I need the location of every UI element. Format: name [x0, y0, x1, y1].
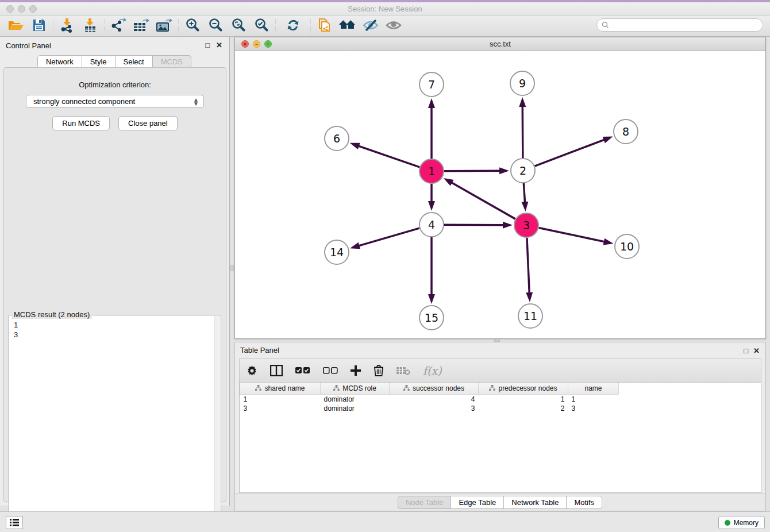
select-all-columns-button[interactable]: [295, 367, 310, 375]
delete-column-button[interactable]: [374, 365, 384, 376]
memory-button[interactable]: Memory: [718, 516, 765, 529]
add-column-button[interactable]: [351, 365, 361, 376]
import-network-button[interactable]: [56, 17, 79, 36]
edge-3-1[interactable]: [450, 182, 515, 219]
column-header-shared-name[interactable]: shared name: [240, 383, 321, 394]
result-scrollbar[interactable]: [214, 316, 220, 525]
edge-4-3[interactable]: [444, 225, 505, 225]
save-session-button[interactable]: [28, 17, 51, 36]
edge-2-9[interactable]: [522, 105, 523, 158]
status-bar: Memory: [0, 511, 770, 532]
zoom-out-icon: [208, 18, 223, 35]
control-panel-title: Control Panel: [6, 41, 51, 50]
refresh-view-button[interactable]: [282, 17, 305, 36]
tab-style[interactable]: Style: [82, 55, 116, 68]
hierarchy-icon: [255, 385, 261, 392]
result-line: 1: [14, 320, 218, 330]
float-panel-icon[interactable]: □: [205, 41, 210, 49]
column-header-successor-nodes[interactable]: successor nodes: [390, 383, 479, 394]
vertical-splitter-handle[interactable]: [230, 265, 234, 271]
search-field[interactable]: [596, 18, 763, 32]
task-history-button[interactable]: [6, 516, 23, 529]
show-all-button[interactable]: [336, 17, 359, 36]
edge-2-3[interactable]: [523, 183, 525, 204]
float-table-panel-icon[interactable]: □: [744, 346, 748, 355]
table-row[interactable]: 1dominator411: [240, 394, 619, 404]
tab-network[interactable]: Network: [37, 55, 82, 68]
close-panel-button[interactable]: Close panel: [118, 116, 178, 130]
eye-slash-icon: [362, 19, 379, 34]
export-image-button[interactable]: [153, 17, 176, 36]
run-mcds-button[interactable]: Run MCDS: [52, 116, 110, 130]
mcds-result-box: MCDS result (2 nodes) 13: [9, 315, 221, 530]
tab-motifs[interactable]: Motifs: [566, 496, 602, 509]
tab-node-table[interactable]: Node Table: [398, 496, 452, 509]
eye-icon: [385, 19, 402, 34]
edge-arrowhead: [603, 137, 613, 144]
tab-network-table[interactable]: Network Table: [503, 496, 567, 509]
column-header-MCDS-role[interactable]: MCDS role: [321, 383, 390, 394]
tab-edge-table[interactable]: Edge Table: [451, 496, 504, 509]
table-panel-title: Table Panel: [240, 346, 279, 354]
deselect-all-columns-button[interactable]: [323, 367, 338, 375]
hide-selected-button[interactable]: [359, 17, 382, 36]
close-panel-icon[interactable]: ✕: [216, 41, 222, 49]
table-settings-button[interactable]: [247, 365, 257, 376]
table-cell[interactable]: 3: [568, 404, 619, 413]
optimization-criterion-select[interactable]: strongly connected component ▲▼: [26, 95, 204, 108]
edge-1-2[interactable]: [444, 171, 502, 171]
zoom-selected-button[interactable]: [250, 17, 273, 36]
table-cell[interactable]: 4: [390, 394, 479, 404]
open-folder-icon: [8, 19, 24, 34]
zoom-fit-button[interactable]: [227, 17, 250, 36]
table-cell[interactable]: dominator: [321, 394, 390, 404]
table-cell[interactable]: 3: [240, 404, 321, 413]
tab-mcds[interactable]: MCDS: [152, 55, 191, 68]
edge-2-8[interactable]: [535, 139, 606, 166]
hierarchy-icon: [333, 385, 340, 392]
edge-arrowhead: [350, 242, 360, 249]
node-label: 9: [519, 77, 526, 90]
table-cell[interactable]: 3: [390, 404, 479, 413]
column-header-name[interactable]: name: [568, 383, 619, 394]
export-network-icon: [110, 18, 126, 35]
column-layout-button[interactable]: [270, 365, 283, 376]
table-cell[interactable]: 1: [568, 394, 619, 404]
control-panel-header: Control Panel □ ✕: [0, 37, 229, 54]
toolbar-separator: [53, 19, 53, 34]
mcds-panel: Optimization criterion: strongly connect…: [3, 67, 226, 502]
zoom-out-button[interactable]: [204, 17, 227, 36]
zoom-fit-icon: [231, 18, 246, 35]
open-session-button[interactable]: [5, 17, 28, 36]
edge-4-14[interactable]: [357, 228, 419, 246]
edge-arrowhead: [519, 97, 526, 107]
edge-3-11[interactable]: [527, 238, 529, 295]
list-icon: [10, 519, 19, 526]
edge-1-6[interactable]: [357, 145, 419, 167]
tab-select[interactable]: Select: [115, 55, 153, 68]
table-tabs-bar: Node TableEdge TableNetwork TableMotifs: [235, 493, 765, 511]
network-canvas[interactable]: 7968124314101511: [235, 51, 765, 338]
table-cell[interactable]: 1: [479, 394, 568, 404]
search-icon: [602, 21, 609, 29]
zoom-in-button[interactable]: [181, 17, 204, 36]
table-row[interactable]: 3dominator323: [240, 404, 619, 413]
edge-3-10[interactable]: [539, 228, 606, 242]
search-input[interactable]: [612, 21, 758, 29]
clone-network-button[interactable]: [313, 17, 336, 36]
node-label: 2: [519, 164, 526, 177]
table-cell[interactable]: dominator: [321, 404, 390, 413]
network-window-titlebar[interactable]: × − + scc.txt: [235, 37, 765, 51]
table-cell[interactable]: 1: [240, 394, 321, 404]
hierarchy-icon: [403, 385, 410, 392]
delete-table-button[interactable]: [396, 366, 410, 375]
export-network-button[interactable]: [107, 17, 130, 36]
edge-arrowhead: [444, 178, 454, 186]
export-table-button[interactable]: [130, 17, 153, 36]
table-cell[interactable]: 2: [479, 404, 568, 413]
column-header-predecessor-nodes[interactable]: predecessor nodes: [479, 383, 568, 394]
close-table-panel-icon[interactable]: ✕: [753, 346, 760, 355]
show-eye-button[interactable]: [382, 17, 405, 36]
function-builder-button[interactable]: f(x): [423, 364, 442, 377]
import-table-button[interactable]: [79, 17, 102, 36]
